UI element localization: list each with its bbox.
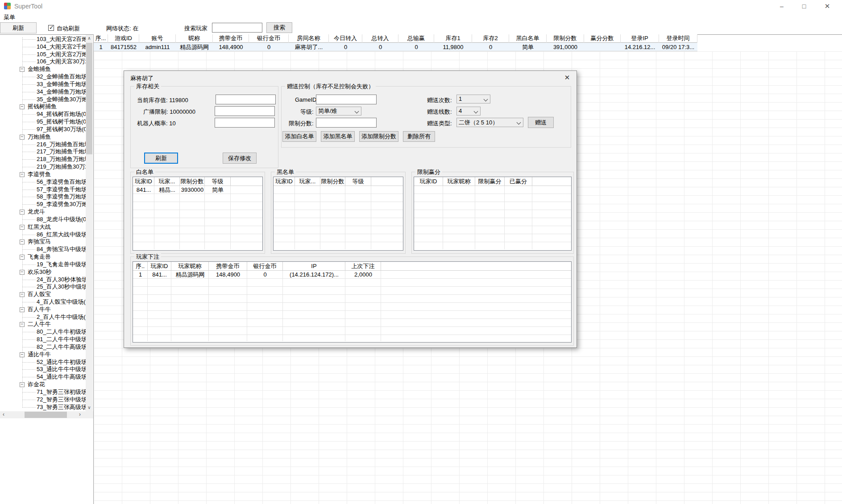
column-header[interactable]: 限制分数 (320, 177, 345, 186)
column-header[interactable]: 玩家昵称 (171, 262, 209, 271)
add-whitelist-button[interactable]: 添加白名单 (282, 131, 316, 142)
column-header[interactable]: 登录时间 (659, 34, 697, 43)
column-header[interactable]: 账号 (139, 34, 176, 43)
tree-leaf[interactable]: 217_万炮捕鱼千炮场( (0, 148, 86, 156)
scrollbar-thumb[interactable] (86, 43, 92, 154)
tree-leaf[interactable]: 71_智勇三张初级场(0 (0, 388, 86, 396)
column-header[interactable]: 携带金币 (213, 34, 249, 43)
search-input[interactable] (212, 23, 262, 33)
column-header[interactable]: 库存2 (472, 34, 509, 43)
collapse-icon[interactable]: − (20, 135, 25, 140)
tree-leaf[interactable]: 95_摇钱树千炮场(0) (0, 118, 86, 126)
delete-all-button[interactable]: 删除所有 (403, 131, 435, 142)
column-header[interactable]: 库存1 (434, 34, 472, 43)
collapse-icon[interactable]: − (20, 172, 25, 177)
tree-leaf[interactable]: 94_摇钱树百炮场(0) (0, 111, 86, 118)
column-header[interactable]: 玩家ID (414, 177, 443, 186)
tree-leaf[interactable]: 86_红黑大战中级场(0 (0, 231, 86, 239)
tree-node[interactable]: −金蟾捕鱼 (0, 66, 86, 73)
maximize-icon[interactable]: □ (794, 0, 814, 12)
tree-node[interactable]: −李逵劈鱼 (0, 171, 86, 178)
gift-type-select[interactable]: 二饼（2 5 10） (456, 118, 523, 127)
tree-leaf[interactable]: 218_万炮捕鱼万炮场( (0, 156, 86, 163)
tree-node[interactable]: −通比牛牛 (0, 351, 86, 359)
menu-item-menu[interactable]: 菜单 (4, 13, 15, 21)
column-header[interactable]: 等级 (205, 177, 231, 186)
limit-score-input[interactable] (316, 118, 377, 128)
tree-leaf[interactable]: 52_通比牛牛初级场(0 (0, 359, 86, 366)
column-header[interactable]: 玩家ID (148, 262, 171, 271)
column-header[interactable]: 限制分数 (547, 34, 584, 43)
gameid-input[interactable] (316, 95, 377, 104)
tree-leaf[interactable]: 103_大闹天宫2百炮场 (0, 36, 86, 43)
collapse-icon[interactable]: − (20, 292, 25, 297)
column-header[interactable]: 总转入 (362, 34, 398, 43)
tree-leaf[interactable]: 34_金蝉捕鱼万炮场(0 (0, 88, 86, 96)
collapse-icon[interactable]: − (20, 210, 25, 215)
column-header[interactable]: 黑白名单 (509, 34, 547, 43)
column-header[interactable]: 上次下注 (345, 262, 381, 271)
tree-node[interactable]: −奔驰宝马 (0, 238, 86, 246)
tree-leaf[interactable]: 56_李逵劈鱼百炮场(0 (0, 178, 86, 186)
tree-leaf[interactable]: 82_二人牛牛高级场(0 (0, 343, 86, 351)
scroll-left-icon[interactable]: ‹ (0, 411, 7, 418)
column-header[interactable]: 玩家ID (274, 177, 295, 186)
tree-node[interactable]: −二人牛牛 (0, 321, 86, 328)
tree-leaf[interactable]: 88_龙虎斗中级场(0) (0, 216, 86, 223)
collapse-icon[interactable]: − (20, 240, 25, 244)
column-header[interactable]: 今日转入 (329, 34, 362, 43)
tree-node[interactable]: −摇钱树捕鱼 (0, 103, 86, 111)
column-header[interactable]: 已赢分 (505, 177, 532, 186)
table-row[interactable]: 1841...精品源码网148,49000(14.216.124.172)...… (133, 271, 571, 279)
tree-leaf[interactable]: 58_李逵劈鱼万炮场(0 (0, 193, 86, 201)
scroll-right-icon[interactable]: › (76, 411, 83, 418)
add-blacklist-button[interactable]: 添加黑名单 (321, 131, 355, 142)
collapse-icon[interactable]: − (20, 307, 25, 312)
column-header[interactable]: IP (283, 262, 345, 271)
collapse-icon[interactable]: − (20, 255, 25, 260)
scroll-down-icon[interactable]: ∨ (86, 404, 93, 411)
tree-leaf[interactable]: 216_万炮捕鱼百炮场( (0, 141, 86, 149)
tree-leaf[interactable]: 106_大闹天宫30万场( (0, 58, 86, 66)
tree-node[interactable]: −百人牛牛 (0, 306, 86, 314)
column-header[interactable]: 玩家... (154, 177, 180, 186)
tree-node[interactable]: −飞禽走兽 (0, 253, 86, 261)
tree-node[interactable]: −龙虎斗 (0, 208, 86, 216)
tree-vertical-scrollbar[interactable]: ∧ ∨ (86, 35, 93, 411)
broadcast-limit-input[interactable] (215, 106, 275, 116)
column-header[interactable]: 总输赢 (398, 34, 434, 43)
tree-leaf[interactable]: 81_二人牛牛中级场(0 (0, 336, 86, 343)
tree-node[interactable]: −红黑大战 (0, 223, 86, 231)
collapse-icon[interactable]: − (20, 322, 25, 327)
tree-leaf[interactable]: 72_智勇三张中级场(0 (0, 396, 86, 404)
tree-node[interactable]: −万炮捕鱼 (0, 133, 86, 141)
column-header[interactable]: 玩家... (295, 177, 320, 186)
tree-leaf[interactable]: 104_大闹天宫2千炮场 (0, 43, 86, 51)
tree-node[interactable]: −诈金花 (0, 381, 86, 388)
dialog-close-icon[interactable]: ✕ (562, 73, 572, 82)
gift-button[interactable]: 赠送 (528, 117, 554, 128)
auto-refresh-checkbox[interactable]: ✓ (48, 25, 54, 31)
collapse-icon[interactable]: − (20, 67, 25, 72)
column-header[interactable]: 序... (94, 34, 108, 43)
column-header[interactable]: 等级 (345, 177, 371, 186)
tree-leaf[interactable]: 4_百人骰宝中级场(0) (0, 298, 86, 306)
tree-leaf[interactable]: 59_李逵劈鱼30万炮场 (0, 201, 86, 208)
close-icon[interactable]: ✕ (817, 0, 838, 12)
tree-leaf[interactable]: 19_飞禽走兽中级场(0 (0, 261, 86, 269)
minimize-icon[interactable]: – (771, 0, 792, 12)
column-header[interactable]: 限制赢分 (475, 177, 505, 186)
column-header[interactable]: 房间名称 (289, 34, 329, 43)
column-header[interactable]: 序.. (133, 262, 148, 271)
tree-leaf[interactable]: 73_智勇三张高级场(0 (0, 404, 86, 411)
tree-leaf[interactable]: 54_通比牛牛高级场(0 (0, 373, 86, 381)
scrollbar-thumb[interactable] (25, 412, 67, 418)
add-limit-score-button[interactable]: 添加限制分数 (359, 131, 398, 142)
table-row[interactable]: 841...精品...3930000简单 (133, 186, 262, 194)
auto-refresh-label[interactable]: 自动刷新 (57, 25, 80, 33)
tree-leaf[interactable]: 33_金蝉捕鱼千炮场(0 (0, 81, 86, 88)
tree-node[interactable]: −百人骰宝 (0, 291, 86, 298)
tree-leaf[interactable]: 57_李逵劈鱼千炮场(0 (0, 186, 86, 194)
tree-leaf[interactable]: 25_百人30秒中级场(0 (0, 283, 86, 291)
level-select[interactable]: 简单/难 (316, 107, 361, 116)
